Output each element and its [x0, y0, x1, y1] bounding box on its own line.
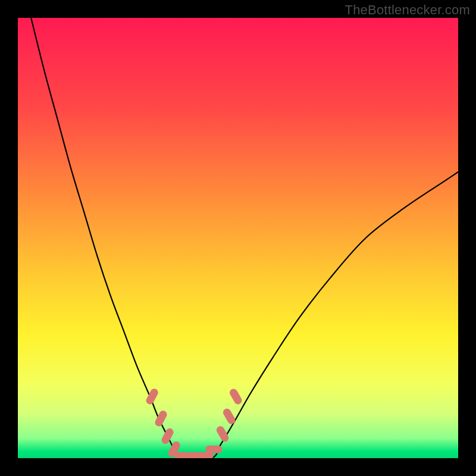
chart-svg: [18, 18, 458, 458]
watermark-text: TheBottlenecker.com: [345, 2, 470, 18]
chart-frame: TheBottlenecker.com: [0, 0, 476, 476]
valley-marker: [205, 446, 222, 453]
plot-area: [18, 18, 458, 458]
gradient-background: [18, 18, 458, 458]
